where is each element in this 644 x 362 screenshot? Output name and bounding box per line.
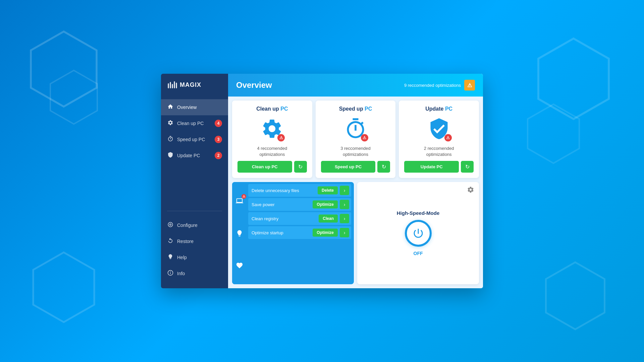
list-rows-column: Delete unnecessary files Delete › Save p… xyxy=(247,182,354,284)
list-row-clean-registry: Clean registry Clean › xyxy=(248,212,351,225)
configure-icon xyxy=(167,222,174,229)
svg-point-11 xyxy=(170,224,171,226)
speedup-card-title: Speed up PC xyxy=(339,106,372,112)
list-row-save-power: Save power Optimize › xyxy=(248,198,351,211)
sidebar-item-label: Info xyxy=(177,271,185,276)
header-alert: 9 reccomended optimizations ⚠ xyxy=(404,80,475,90)
optimize-startup-label: Optimize startup xyxy=(252,230,311,235)
update-btn[interactable]: Update PC xyxy=(404,161,459,173)
update-refresh-btn[interactable]: ↻ xyxy=(461,161,474,173)
speedup-refresh-btn[interactable]: ↻ xyxy=(377,161,390,173)
laptop-icon: ⚠ xyxy=(233,195,246,207)
laptop-badge: ⚠ xyxy=(241,194,246,199)
sidebar-item-label: Help xyxy=(177,255,187,260)
cards-area: Clean up PC ⚠ 4 reccomended optimization… xyxy=(228,97,483,182)
save-power-arrow[interactable]: › xyxy=(340,200,349,209)
heartbeat-icon xyxy=(233,259,246,272)
cleanup-badge: 4 xyxy=(215,120,222,127)
optimize-startup-arrow[interactable]: › xyxy=(340,228,349,237)
svg-marker-4 xyxy=(33,252,94,322)
alert-icon: ⚠ xyxy=(464,80,475,90)
sidebar-nav: Overview Clean up PC 4 Speed up PC 3 xyxy=(161,96,228,208)
sidebar-item-label: Speed up PC xyxy=(177,137,205,142)
cleanup-refresh-btn[interactable]: ↻ xyxy=(294,161,307,173)
sidebar-item-label: Clean up PC xyxy=(177,121,204,126)
update-warning-icon: ⚠ xyxy=(444,134,452,141)
speed-title: High-Speed-Mode xyxy=(397,210,440,216)
clean-registry-btn[interactable]: Clean xyxy=(319,215,338,223)
svg-marker-1 xyxy=(50,70,97,124)
clean-registry-label: Clean registry xyxy=(252,216,317,221)
speedup-badge: 3 xyxy=(215,136,222,143)
svg-point-12 xyxy=(168,222,173,227)
app-window: MAGIX Overview Clean up PC 4 xyxy=(161,74,483,288)
update-card: Update PC ⚠ 2 reccomended optimizations … xyxy=(399,101,479,178)
cleanup-btn[interactable]: Clean up PC xyxy=(237,161,292,173)
sidebar-item-help[interactable]: Help xyxy=(161,249,228,265)
info-icon xyxy=(167,270,174,277)
sidebar-item-label: Overview xyxy=(177,105,197,110)
cleanup-card-icon-area: ⚠ xyxy=(259,115,285,142)
speedup-warning-icon: ⚠ xyxy=(361,134,368,141)
clean-registry-arrow[interactable]: › xyxy=(340,214,349,223)
svg-marker-5 xyxy=(546,262,605,329)
update-card-desc: 2 reccomended optimizations xyxy=(424,145,454,158)
cleanup-card: Clean up PC ⚠ 4 reccomended optimization… xyxy=(232,101,312,178)
sidebar-item-speedup[interactable]: Speed up PC 3 xyxy=(161,131,228,147)
sidebar-item-update[interactable]: Update PC 2 xyxy=(161,147,228,164)
list-row-optimize-startup: Optimize startup Optimize › xyxy=(248,226,351,239)
sidebar-logo: MAGIX xyxy=(161,74,228,96)
list-row-delete-files: Delete unnecessary files Delete › xyxy=(248,184,351,197)
gear-icon xyxy=(167,120,174,127)
list-panel: ⚠ xyxy=(232,182,354,284)
update-card-title: Update PC xyxy=(425,106,452,112)
update-card-icon-area: ⚠ xyxy=(426,115,452,142)
help-icon xyxy=(167,254,174,261)
speedup-card: Speed up PC ⚠ 3 reccomended optimization… xyxy=(316,101,396,178)
home-icon xyxy=(167,104,174,111)
sidebar-item-label: Update PC xyxy=(177,153,200,158)
speed-gear-icon[interactable] xyxy=(467,186,474,195)
list-icons-column: ⚠ xyxy=(232,182,247,284)
logo-icon xyxy=(168,81,177,88)
timer-icon xyxy=(167,136,174,143)
speedup-btn[interactable]: Speed up PC xyxy=(321,161,376,173)
sidebar-item-info[interactable]: Info xyxy=(161,265,228,282)
restore-icon xyxy=(167,238,174,245)
delete-files-label: Delete unnecessary files xyxy=(252,188,316,193)
sidebar-item-label: Configure xyxy=(177,223,198,228)
page-title: Overview xyxy=(236,80,272,90)
update-card-actions: Update PC ↻ xyxy=(404,161,474,173)
update-badge: 2 xyxy=(215,152,222,159)
sidebar-item-cleanup[interactable]: Clean up PC 4 xyxy=(161,115,228,131)
speedup-card-desc: 3 reccomended optimizations xyxy=(340,145,371,158)
header: Overview 9 reccomended optimizations ⚠ xyxy=(228,74,483,97)
svg-marker-3 xyxy=(528,104,579,163)
logo-text: MAGIX xyxy=(180,81,201,88)
main-content: Overview 9 reccomended optimizations ⚠ C… xyxy=(228,74,483,288)
save-power-btn[interactable]: Optimize xyxy=(313,200,338,208)
delete-files-arrow[interactable]: › xyxy=(340,186,349,195)
save-power-label: Save power xyxy=(252,202,311,207)
delete-files-btn[interactable]: Delete xyxy=(318,186,338,194)
cleanup-warning-icon: ⚠ xyxy=(277,134,285,141)
bulb-icon xyxy=(233,227,246,239)
sidebar-item-restore[interactable]: Restore xyxy=(161,233,228,249)
sidebar: MAGIX Overview Clean up PC 4 xyxy=(161,74,228,288)
cleanup-card-actions: Clean up PC ↻ xyxy=(237,161,307,173)
speedup-card-icon-area: ⚠ xyxy=(342,115,369,142)
cleanup-card-desc: 4 reccomended optimizations xyxy=(257,145,287,158)
speed-panel: High-Speed-Mode OFF xyxy=(357,182,479,284)
sidebar-item-label: Restore xyxy=(177,239,194,244)
power-button[interactable] xyxy=(405,220,432,247)
shield-icon xyxy=(167,152,174,159)
bottom-area: ⚠ xyxy=(228,182,483,288)
sidebar-item-overview[interactable]: Overview xyxy=(161,99,228,115)
cleanup-card-title: Clean up PC xyxy=(256,106,288,112)
speed-status: OFF xyxy=(414,251,423,256)
sidebar-item-configure[interactable]: Configure xyxy=(161,217,228,233)
speedup-card-actions: Speed up PC ↻ xyxy=(321,161,390,173)
optimize-startup-btn[interactable]: Optimize xyxy=(313,229,338,237)
sidebar-divider xyxy=(167,211,222,211)
sidebar-bottom: Configure Restore Help Inf xyxy=(161,214,228,288)
